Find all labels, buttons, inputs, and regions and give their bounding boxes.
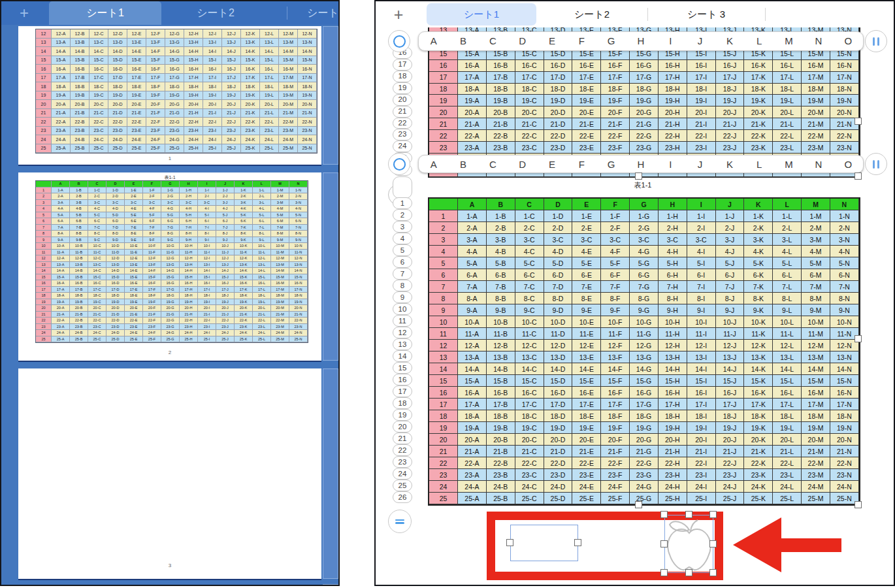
table-cell[interactable]: 17-H xyxy=(180,287,198,293)
table-cell[interactable]: 23-A xyxy=(458,469,487,481)
table-cell[interactable]: 4-D xyxy=(106,206,125,212)
table-cell[interactable]: 12-M xyxy=(271,255,289,262)
table-cell[interactable]: 13-A xyxy=(52,262,70,269)
table-cell[interactable]: 21-H xyxy=(659,118,687,130)
table-cell[interactable]: 14-E xyxy=(125,268,143,274)
table-cell[interactable]: 17-K xyxy=(744,399,773,410)
table-cell[interactable]: 22-C xyxy=(88,318,106,324)
table-cell[interactable]: 17-C xyxy=(515,72,544,84)
table-cell[interactable]: 25-B xyxy=(70,336,88,343)
table-cell[interactable]: 14-I xyxy=(203,47,222,56)
row-header-cell[interactable]: 15 xyxy=(36,274,52,281)
table-cell[interactable]: 21-E xyxy=(127,109,146,118)
table-cell[interactable]: 12-C xyxy=(90,29,108,39)
table-cell[interactable]: 20-L xyxy=(773,106,802,118)
column-reference-tab[interactable]: B xyxy=(448,32,478,50)
table-cell[interactable]: 20-C xyxy=(515,434,544,446)
table-cell[interactable]: 25-M xyxy=(271,336,289,343)
table-cell[interactable]: 22-D xyxy=(108,118,127,127)
table-cell[interactable]: 8-H xyxy=(180,231,198,237)
table-cell[interactable]: 17-D xyxy=(108,74,127,83)
table-cell[interactable]: 19-G xyxy=(161,299,180,306)
table-cell[interactable]: 1-H xyxy=(659,210,687,222)
table-cell[interactable]: 22-F xyxy=(601,457,630,469)
table-cell[interactable]: 4-H xyxy=(659,246,687,257)
apple-shape-selection[interactable] xyxy=(664,515,713,573)
table-cell[interactable]: 8-F xyxy=(143,231,161,237)
table-cell[interactable]: 1-I xyxy=(687,210,716,222)
table-cell[interactable]: 3-N xyxy=(289,200,308,206)
table-cell[interactable]: 16-J xyxy=(716,387,745,399)
table-cell[interactable]: 9-N xyxy=(289,237,308,244)
table-cell[interactable]: 18-F xyxy=(601,84,630,95)
table-cell[interactable]: 11-L xyxy=(253,250,271,256)
column-header-cell[interactable]: I xyxy=(687,199,716,210)
table-cell[interactable]: 13-H xyxy=(184,39,203,48)
table-cell[interactable]: 23-G xyxy=(161,324,180,331)
table-cell[interactable]: 24-C xyxy=(515,481,544,493)
table-cell[interactable]: 21-B xyxy=(487,118,515,130)
table-cell[interactable]: 22-D xyxy=(544,130,573,142)
table-cell[interactable]: 25-D xyxy=(544,493,573,504)
table-cell[interactable]: 15-F xyxy=(146,56,165,65)
table-cell[interactable]: 12-G xyxy=(630,340,659,351)
table-cell[interactable]: 9-G xyxy=(630,304,659,316)
table-cell[interactable]: 10-I xyxy=(687,316,716,328)
table-cell[interactable]: 21-K xyxy=(744,446,773,457)
table-cell[interactable]: 11-M xyxy=(271,250,289,256)
table-cell[interactable]: 14-G xyxy=(165,47,184,56)
table-cell[interactable]: 7-M xyxy=(802,281,830,293)
row-header-cell[interactable]: 13 xyxy=(429,351,458,363)
table-cell[interactable]: 18-H xyxy=(184,82,203,91)
table-cell[interactable]: 16-J xyxy=(216,280,235,287)
table-cell[interactable]: 18-D xyxy=(544,410,573,422)
table-cell[interactable]: 13-K xyxy=(241,39,260,48)
table-cell[interactable]: 2-K xyxy=(744,222,773,234)
table-cell[interactable]: 4-C xyxy=(515,246,544,257)
table-cell[interactable]: 1-D xyxy=(106,188,125,194)
table-cell[interactable]: 18-E xyxy=(125,293,143,299)
table-cell[interactable]: 6-J xyxy=(716,269,745,281)
table-cell[interactable]: 21-C xyxy=(88,312,106,318)
table-cell[interactable]: 23-D xyxy=(108,127,127,136)
table-handle-circle[interactable] xyxy=(388,30,410,52)
table-cell[interactable]: 16-K xyxy=(241,65,260,74)
table-cell[interactable]: 19-B xyxy=(487,95,515,106)
table-cell[interactable]: 17-M xyxy=(802,399,830,410)
table-cell[interactable]: 25-H xyxy=(184,144,203,154)
table-cell[interactable]: 25-N xyxy=(298,144,317,154)
table-cell[interactable]: 20-B xyxy=(487,434,515,446)
row-reference-tab[interactable]: 18 xyxy=(393,397,412,409)
table-cell[interactable]: 16-L xyxy=(253,280,271,287)
table-cell[interactable]: 22-I xyxy=(687,457,716,469)
table-cell[interactable]: 17-N xyxy=(830,72,859,84)
table-cell[interactable]: 22-F xyxy=(143,318,161,324)
table-cell[interactable]: 19-A xyxy=(458,422,487,434)
table-cell[interactable]: 22-L xyxy=(260,118,279,127)
table-cell[interactable]: 10-K xyxy=(235,243,253,250)
table-cell[interactable]: 9-J xyxy=(216,237,235,244)
table-cell[interactable]: 14-K xyxy=(235,268,253,274)
table-cell[interactable]: 22-D xyxy=(106,318,125,324)
column-reference-tab[interactable]: A xyxy=(419,155,448,172)
table-cell[interactable]: 23-E xyxy=(127,127,146,136)
table-cell[interactable]: 5-G xyxy=(161,212,180,219)
table-cell[interactable]: 18-C xyxy=(88,293,106,299)
table-cell[interactable]: 7-A xyxy=(52,225,70,231)
row-header-cell[interactable]: 18 xyxy=(36,82,52,91)
table-cell[interactable]: 23-I xyxy=(687,142,716,154)
column-reference-tab[interactable]: C xyxy=(478,155,508,172)
table-cell[interactable]: 9-A xyxy=(52,237,70,244)
table-cell[interactable]: 18-L xyxy=(260,82,279,91)
row-reference-tab[interactable]: 20 xyxy=(393,421,412,433)
table-cell[interactable]: 13-B xyxy=(487,351,515,363)
table-cell[interactable]: 3-C xyxy=(198,200,216,206)
table-cell[interactable]: 14-C xyxy=(90,47,108,56)
table-cell[interactable]: 1-L xyxy=(253,188,271,194)
table-cell[interactable]: 7-C xyxy=(88,225,106,231)
table-cell[interactable]: 20-J xyxy=(216,305,235,312)
table-cell[interactable]: 20-A xyxy=(52,305,70,312)
row-reference-tab[interactable]: 9 xyxy=(393,291,412,303)
table-cell[interactable]: 20-H xyxy=(184,100,203,109)
table-cell[interactable]: 22-L xyxy=(253,318,271,324)
